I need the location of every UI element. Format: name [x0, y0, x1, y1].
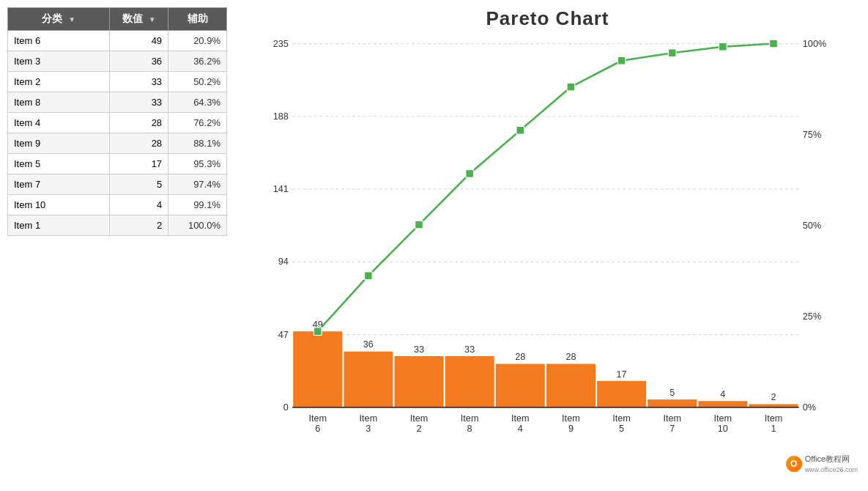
- table-cell-aux: 100.0%: [168, 215, 227, 236]
- svg-text:2: 2: [771, 392, 776, 402]
- svg-text:3: 3: [366, 424, 371, 434]
- table-cell-aux: 95.3%: [168, 154, 227, 174]
- bar-rect: [546, 364, 596, 407]
- line-point: [516, 127, 524, 135]
- table-row: Item 4 28 76.2%: [8, 113, 227, 133]
- svg-text:36: 36: [363, 339, 374, 350]
- svg-text:Item: Item: [765, 413, 783, 424]
- line-point: [668, 49, 676, 57]
- col-header-aux: 辅助: [168, 8, 227, 31]
- table-row: Item 6 49 20.9%: [8, 31, 227, 51]
- data-table: 分类 ▼ 数值 ▼ 辅助 Item 6 49 20.9% Item 3 36 3…: [7, 7, 227, 236]
- table-cell-value: 28: [110, 133, 168, 154]
- svg-text:5: 5: [619, 424, 624, 434]
- table-cell-aux: 76.2%: [168, 113, 227, 133]
- table-row: Item 1 2 100.0%: [8, 215, 227, 236]
- line-point: [365, 272, 373, 280]
- svg-text:Item: Item: [461, 413, 479, 424]
- svg-text:17: 17: [617, 369, 627, 379]
- svg-line-52: [571, 61, 621, 87]
- svg-text:33: 33: [464, 344, 475, 355]
- table-cell-category: Item 6: [8, 31, 110, 51]
- svg-text:Item: Item: [511, 413, 530, 424]
- line-point: [314, 328, 322, 336]
- table-cell-aux: 20.9%: [168, 31, 227, 51]
- table-cell-aux: 64.3%: [168, 92, 227, 113]
- table-cell-value: 49: [110, 31, 168, 51]
- line-point: [719, 43, 727, 51]
- table-cell-category: Item 2: [8, 72, 110, 92]
- svg-line-50: [470, 130, 520, 174]
- table-cell-category: Item 10: [8, 195, 110, 215]
- line-point: [466, 170, 474, 178]
- chart-svg: 047941411882350%25%50%75%100%49Item636It…: [234, 36, 861, 454]
- table-row: Item 3 36 36.2%: [8, 51, 227, 72]
- table-row: Item 9 28 88.1%: [8, 133, 227, 154]
- svg-text:75%: 75%: [803, 130, 821, 140]
- svg-text:4: 4: [518, 424, 523, 434]
- bar-rect: [445, 356, 494, 407]
- col-header-category[interactable]: 分类 ▼: [8, 8, 110, 31]
- svg-text:2: 2: [416, 424, 421, 434]
- table-cell-category: Item 4: [8, 113, 110, 133]
- value-header-label: 数值: [122, 12, 143, 24]
- svg-text:28: 28: [515, 352, 525, 362]
- table-cell-value: 33: [110, 72, 168, 92]
- bar-rect: [648, 399, 697, 407]
- bar-rect: [597, 381, 646, 407]
- table-cell-value: 17: [110, 154, 168, 174]
- svg-text:Item: Item: [360, 413, 378, 424]
- table-row: Item 7 5 97.4%: [8, 174, 227, 195]
- table-cell-value: 28: [110, 113, 168, 133]
- table-cell-value: 36: [110, 51, 168, 72]
- table-cell-aux: 88.1%: [168, 133, 227, 154]
- chart-area: 047941411882350%25%50%75%100%49Item636It…: [234, 36, 861, 454]
- watermark-icon: O: [786, 456, 802, 472]
- svg-text:100%: 100%: [803, 39, 826, 49]
- watermark-text: Office教程网www.office26.com: [805, 454, 858, 473]
- chart-title: Pareto Chart: [234, 7, 861, 30]
- svg-line-48: [368, 225, 419, 276]
- svg-text:47: 47: [278, 330, 289, 340]
- svg-line-53: [622, 53, 672, 61]
- table-cell-aux: 36.2%: [168, 51, 227, 72]
- svg-text:Item: Item: [714, 413, 732, 424]
- category-filter-icon[interactable]: ▼: [68, 15, 75, 23]
- svg-line-47: [318, 276, 368, 331]
- table-cell-value: 33: [110, 92, 168, 113]
- svg-text:0%: 0%: [803, 402, 816, 413]
- svg-line-49: [419, 174, 470, 225]
- svg-text:141: 141: [273, 184, 289, 194]
- table-cell-value: 5: [110, 174, 168, 195]
- line-point: [770, 40, 778, 48]
- svg-text:0: 0: [283, 402, 289, 413]
- svg-text:1: 1: [771, 424, 776, 434]
- svg-text:Item: Item: [562, 413, 580, 424]
- watermark: O Office教程网www.office26.com: [786, 454, 858, 473]
- table-cell-category: Item 7: [8, 174, 110, 195]
- table-row: Item 5 17 95.3%: [8, 154, 227, 174]
- table-row: Item 10 4 99.1%: [8, 195, 227, 215]
- svg-text:50%: 50%: [803, 221, 821, 231]
- svg-text:Item: Item: [612, 413, 631, 424]
- svg-text:25%: 25%: [803, 311, 821, 322]
- line-point: [567, 83, 575, 91]
- table-cell-aux: 50.2%: [168, 72, 227, 92]
- value-filter-icon[interactable]: ▼: [149, 15, 156, 23]
- bar-rect: [344, 352, 393, 407]
- line-point: [415, 221, 423, 229]
- col-header-value[interactable]: 数值 ▼: [110, 8, 168, 31]
- table-row: Item 2 33 50.2%: [8, 72, 227, 92]
- pareto-chart-container: Pareto Chart 047941411882350%25%50%75%10…: [234, 7, 861, 476]
- table-cell-category: Item 3: [8, 51, 110, 72]
- bar-rect: [293, 331, 342, 407]
- table-cell-category: Item 5: [8, 154, 110, 174]
- category-header-label: 分类: [42, 12, 62, 24]
- svg-line-54: [672, 47, 723, 53]
- svg-line-51: [520, 87, 571, 130]
- table-cell-category: Item 9: [8, 133, 110, 154]
- bar-rect: [496, 364, 545, 407]
- table-cell-aux: 99.1%: [168, 195, 227, 215]
- table-cell-value: 2: [110, 215, 168, 236]
- svg-text:5: 5: [669, 388, 675, 398]
